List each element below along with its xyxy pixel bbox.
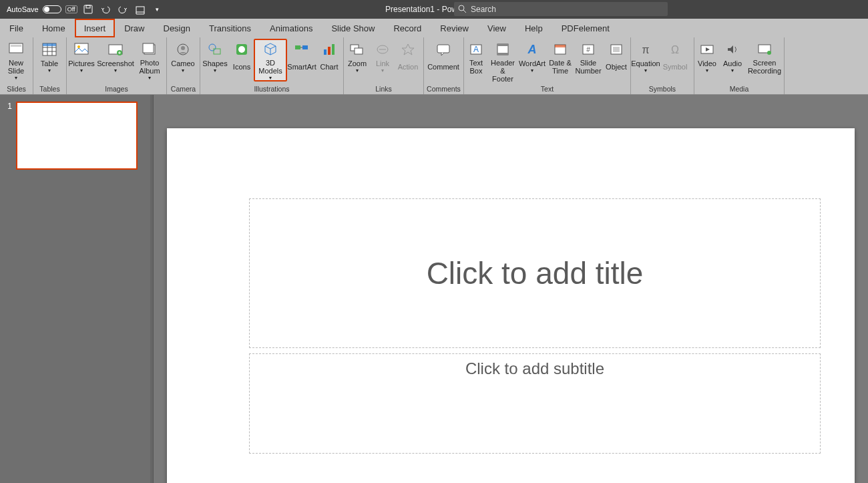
autosave-state: Off [65, 5, 77, 13]
ribbon: New Slide▾ Slides Table▾ Tables Pictures… [0, 37, 868, 95]
svg-rect-34 [437, 45, 449, 53]
screen-recording-icon [755, 41, 774, 57]
tab-home[interactable]: Home [33, 19, 75, 37]
group-media-label: Media [694, 85, 784, 94]
audio-button[interactable]: Audio▾ [720, 39, 745, 75]
subtitle-placeholder[interactable]: Click to add subtitle [249, 353, 821, 454]
tab-review[interactable]: Review [431, 19, 478, 37]
search-box[interactable]: Search [454, 2, 668, 16]
symbol-button[interactable]: Ω Symbol [660, 39, 690, 75]
equation-icon: π [636, 41, 655, 57]
table-button[interactable]: Table▾ [33, 39, 65, 75]
svg-rect-28 [328, 47, 331, 55]
date-time-button[interactable]: Date & Time [547, 39, 574, 75]
chart-button[interactable]: Chart [316, 39, 342, 75]
object-button[interactable]: Object [603, 39, 630, 75]
svg-line-4 [463, 10, 466, 13]
comment-button[interactable]: Comment [424, 39, 463, 75]
title-bar: AutoSave Off ▾ Presentation1 - PowerPoin… [0, 0, 868, 19]
tab-draw[interactable]: Draw [115, 19, 154, 37]
svg-rect-26 [302, 45, 308, 49]
icons-icon [232, 41, 251, 57]
tab-record[interactable]: Record [384, 19, 431, 37]
from-beginning-icon[interactable] [134, 3, 147, 16]
cameo-button[interactable]: Cameo▾ [167, 39, 199, 75]
svg-text:A: A [473, 45, 479, 54]
slide-thumbnails-pane[interactable]: 1 [0, 95, 154, 483]
svg-rect-12 [43, 43, 56, 46]
pictures-button[interactable]: Pictures▾ [67, 39, 96, 75]
group-slides-label: Slides [0, 85, 33, 94]
header-footer-button[interactable]: Header & Footer [488, 39, 517, 83]
svg-rect-25 [295, 45, 300, 49]
group-symbols-label: Symbols [631, 85, 694, 94]
svg-rect-46 [613, 47, 620, 52]
slide-canvas-area[interactable]: Click to add title Click to add subtitle [154, 95, 868, 483]
svg-rect-42 [555, 45, 566, 47]
svg-rect-2 [136, 7, 144, 12]
tab-help[interactable]: Help [515, 19, 552, 37]
thumbnail-number: 1 [4, 102, 12, 170]
tab-slideshow[interactable]: Slide Show [322, 19, 384, 37]
tab-insert[interactable]: Insert [75, 19, 116, 37]
group-text-label: Text [464, 85, 630, 94]
shapes-button[interactable]: Shapes▾ [200, 39, 230, 75]
group-comments-label: Comments [424, 85, 463, 94]
icons-button[interactable]: Icons [230, 39, 254, 75]
action-button[interactable]: Action [395, 39, 421, 75]
tab-file[interactable]: File [0, 19, 33, 37]
group-links-label: Links [344, 85, 423, 94]
svg-text:π: π [642, 44, 649, 55]
table-icon [40, 41, 59, 57]
svg-text:#: # [586, 46, 590, 53]
screen-recording-button[interactable]: Screen Recording [745, 39, 784, 75]
title-placeholder[interactable]: Click to add title [249, 198, 821, 348]
tab-pdfelement[interactable]: PDFelement [552, 19, 619, 37]
text-box-button[interactable]: A Text Box [464, 39, 488, 75]
redo-icon[interactable] [116, 3, 130, 16]
svg-point-20 [181, 46, 185, 50]
workspace: 1 Click to add title Click to add subtit… [0, 95, 868, 483]
tab-transitions[interactable]: Transitions [200, 19, 260, 37]
video-button[interactable]: Video▾ [694, 39, 720, 75]
text-box-icon: A [467, 41, 485, 57]
screenshot-button[interactable]: Screenshot▾ [96, 39, 135, 75]
wordart-button[interactable]: A WordArt▾ [517, 39, 547, 75]
new-slide-button[interactable]: New Slide▾ [0, 39, 32, 82]
save-icon[interactable] [81, 3, 95, 16]
svg-rect-13 [75, 43, 88, 54]
search-placeholder: Search [471, 5, 496, 14]
audio-icon [723, 41, 742, 57]
slide-number-icon: # [579, 41, 598, 57]
3d-models-button[interactable]: 3D Models▾ [254, 39, 287, 82]
link-button[interactable]: Link▾ [371, 39, 395, 75]
undo-icon[interactable] [99, 3, 112, 16]
slide[interactable]: Click to add title Click to add subtitle [167, 128, 855, 483]
svg-rect-38 [497, 44, 508, 46]
smartart-button[interactable]: SmartArt [287, 39, 316, 75]
qat-more-icon[interactable]: ▾ [151, 3, 164, 16]
wordart-icon: A [523, 41, 541, 57]
tab-animations[interactable]: Animations [260, 19, 322, 37]
autosave-toggle[interactable] [43, 5, 61, 13]
header-footer-icon [493, 41, 512, 57]
slide-thumbnail-1[interactable] [16, 102, 138, 170]
photo-album-button[interactable]: Photo Album▾ [135, 39, 164, 82]
svg-text:A: A [527, 43, 537, 56]
svg-rect-29 [332, 44, 335, 55]
group-illustrations-label: Illustrations [200, 85, 343, 94]
chart-icon [320, 41, 339, 57]
svg-rect-39 [497, 53, 508, 55]
search-icon [458, 5, 467, 13]
group-tables-label: Tables [33, 85, 66, 94]
shapes-icon [206, 41, 224, 57]
tab-design[interactable]: Design [154, 19, 200, 37]
zoom-button[interactable]: Zoom▾ [344, 39, 371, 75]
slide-number-button[interactable]: # Slide Number [574, 39, 603, 75]
action-icon [399, 41, 417, 57]
link-icon [373, 41, 392, 57]
cameo-icon [174, 41, 192, 57]
svg-text:Ω: Ω [671, 44, 679, 55]
equation-button[interactable]: π Equation▾ [631, 39, 660, 75]
tab-view[interactable]: View [478, 19, 515, 37]
